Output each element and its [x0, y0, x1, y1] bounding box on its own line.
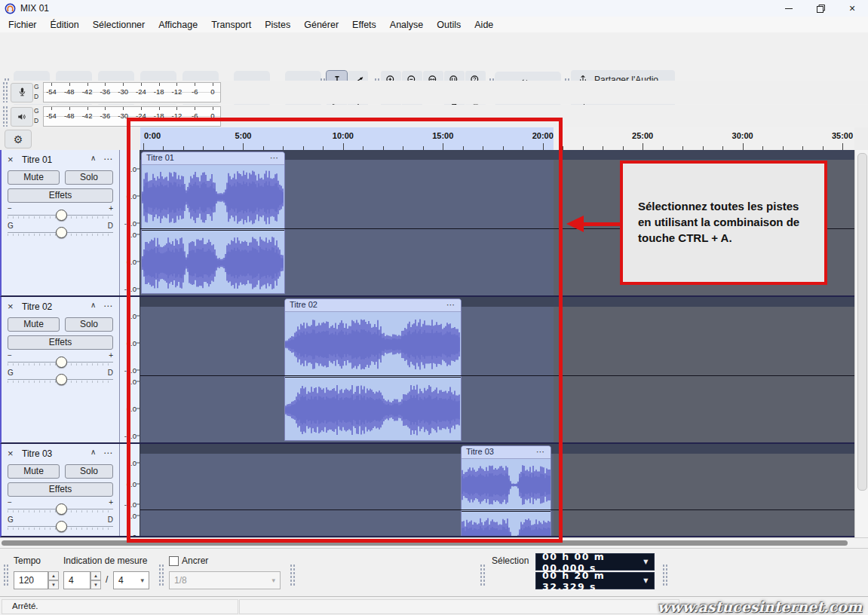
solo-button[interactable]: Solo [65, 317, 113, 332]
gain-slider-thumb[interactable] [56, 356, 67, 368]
mute-button[interactable]: Mute [8, 317, 60, 332]
pan-slider[interactable]: GD [8, 516, 113, 532]
snapping-grip[interactable] [158, 564, 164, 586]
horizontal-scrollbar-thumb[interactable] [2, 540, 848, 546]
menu-item-pistes[interactable]: Pistes [258, 20, 297, 30]
track-name[interactable]: Titre 03 [22, 448, 52, 459]
track-wave-area[interactable]: Titre 02⋯ [140, 297, 854, 442]
time-toolbar-grip[interactable] [290, 564, 295, 586]
close-track-icon[interactable]: × [8, 301, 14, 312]
track-row-titre-02[interactable]: ×Titre 02∧⋯MuteSoloEffets−+GD1.00.0-1.01… [0, 297, 854, 444]
time-signature-spinner[interactable]: ▲ ▼ [90, 571, 101, 589]
audio-clip-titre-02[interactable]: Titre 02⋯ [284, 298, 462, 441]
menu-item-transport[interactable]: Transport [204, 20, 258, 30]
vertical-scale-ruler[interactable]: 1.00.0-1.01.00.0-1.0 [120, 150, 140, 295]
vertical-scale-ruler[interactable]: 1.00.0-1.01.00.0-1.0 [120, 297, 140, 442]
channel-separator [140, 509, 854, 510]
menu-item-aide[interactable]: Aide [468, 20, 500, 30]
menu-item-edition[interactable]: Édition [44, 20, 86, 30]
menu-item-fichier[interactable]: Fichier [2, 20, 44, 30]
track-name[interactable]: Titre 01 [22, 155, 52, 165]
pan-right-label: D [108, 369, 113, 377]
meter-tick [176, 107, 177, 110]
restore-button[interactable] [805, 0, 836, 17]
track-row-titre-03[interactable]: ×Titre 03∧⋯MuteSoloEffets−+GD1.00.0-1.01… [0, 444, 854, 537]
pan-slider[interactable]: GD [8, 369, 113, 385]
menu-item-outils[interactable]: Outils [430, 20, 468, 30]
solo-button[interactable]: Solo [65, 464, 113, 479]
meter-tick [51, 83, 52, 86]
collapse-icon[interactable]: ∧ [90, 448, 96, 456]
effects-button[interactable]: Effets [8, 335, 113, 350]
snap-select[interactable]: 1/8 ▾ [169, 571, 281, 589]
track-wave-area[interactable]: Titre 03⋯ [140, 444, 854, 536]
pan-slider-thumb[interactable] [56, 521, 67, 532]
menu-item-affichage[interactable]: Affichage [152, 20, 204, 30]
audio-clip-titre-03[interactable]: Titre 03⋯ [461, 445, 551, 537]
effects-button[interactable]: Effets [8, 188, 113, 203]
pan-slider-thumb[interactable] [56, 374, 67, 385]
solo-button[interactable]: Solo [65, 170, 113, 185]
pan-slider-thumb[interactable] [56, 227, 67, 238]
effects-button[interactable]: Effets [8, 482, 113, 497]
play-at-speed-grip[interactable] [662, 564, 667, 586]
playback-meter-button[interactable] [11, 107, 33, 127]
menu-item-effets[interactable]: Effets [345, 20, 383, 30]
pan-slider[interactable]: GD [8, 222, 113, 238]
clip-header[interactable]: Titre 03⋯ [462, 446, 551, 459]
tempo-input[interactable]: 120 [14, 571, 48, 589]
snap-checkbox[interactable] [169, 556, 179, 566]
clip-header[interactable]: Titre 02⋯ [285, 299, 461, 312]
spinner-up-icon[interactable]: ▲ [90, 571, 101, 580]
time-signature-grip[interactable] [3, 564, 8, 586]
menu-item-analyse[interactable]: Analyse [383, 20, 430, 30]
selection-toolbar-grip[interactable] [480, 564, 485, 586]
menu-item-generer[interactable]: Générer [297, 20, 345, 30]
timeline-options-button[interactable]: ⚙ [5, 130, 32, 148]
spinner-up-icon[interactable]: ▲ [48, 571, 59, 580]
record-meter-grip[interactable] [2, 81, 8, 102]
menu-item-selectionner[interactable]: Sélectionner [86, 20, 152, 30]
tempo-spinner[interactable]: ▲ ▼ [48, 571, 59, 589]
gain-slider[interactable]: −+ [8, 351, 113, 368]
gain-slider-thumb[interactable] [56, 503, 67, 515]
playback-meter-grip[interactable] [2, 106, 8, 127]
track-menu-icon[interactable]: ⋯ [103, 301, 113, 311]
vertical-scrollbar[interactable] [854, 150, 868, 537]
gain-slider[interactable]: −+ [8, 204, 113, 221]
close-track-icon[interactable]: × [8, 448, 14, 459]
audio-clip-titre-01[interactable]: Titre 01⋯ [141, 151, 285, 294]
gain-slider[interactable]: −+ [8, 498, 113, 515]
clip-menu-icon[interactable]: ⋯ [536, 447, 545, 457]
record-meter-button[interactable] [11, 83, 33, 102]
timeline-ruler[interactable]: 0:005:0010:0015:0020:0025:0030:0035:00 [140, 127, 854, 151]
vertical-scale-ruler[interactable]: 1.00.0-1.01.00.0-1.0 [120, 444, 140, 536]
selection-start-field[interactable]: 00 h 00 m 00.000 s ▼ [535, 553, 655, 571]
track-name[interactable]: Titre 02 [22, 301, 52, 312]
collapse-icon[interactable]: ∧ [90, 154, 96, 162]
mute-button[interactable]: Mute [8, 170, 60, 185]
horizontal-scrollbar[interactable] [0, 537, 868, 548]
gain-slider-thumb[interactable] [56, 210, 67, 221]
selection-end-field[interactable]: 00 h 20 m 32.329 s ▼ [535, 572, 655, 589]
record-meter[interactable]: -54-48-42-36-30-24-18-12-60 [43, 82, 221, 102]
vertical-scrollbar-thumb[interactable] [857, 153, 867, 491]
close-track-icon[interactable]: × [8, 154, 14, 165]
time-signature-upper-input[interactable]: 4 [63, 571, 90, 589]
clip-menu-icon[interactable]: ⋯ [446, 300, 455, 310]
scale-label: 1.0 [127, 231, 136, 239]
close-button[interactable]: × [836, 0, 868, 17]
time-signature-lower-select[interactable]: 4 ▾ [113, 571, 149, 589]
spinner-down-icon[interactable]: ▼ [90, 580, 101, 589]
mute-button[interactable]: Mute [8, 464, 60, 479]
playback-meter[interactable]: -54-48-42-36-30-24-18-12-60 [43, 106, 221, 127]
scale-tick [136, 343, 140, 344]
clip-menu-icon[interactable]: ⋯ [270, 153, 279, 163]
clip-header[interactable]: Titre 01⋯ [142, 152, 284, 165]
collapse-icon[interactable]: ∧ [90, 301, 96, 309]
meter-tick [141, 107, 142, 110]
track-menu-icon[interactable]: ⋯ [103, 154, 113, 164]
track-menu-icon[interactable]: ⋯ [103, 448, 113, 458]
spinner-down-icon[interactable]: ▼ [48, 580, 59, 589]
minimize-button[interactable] [773, 0, 805, 17]
